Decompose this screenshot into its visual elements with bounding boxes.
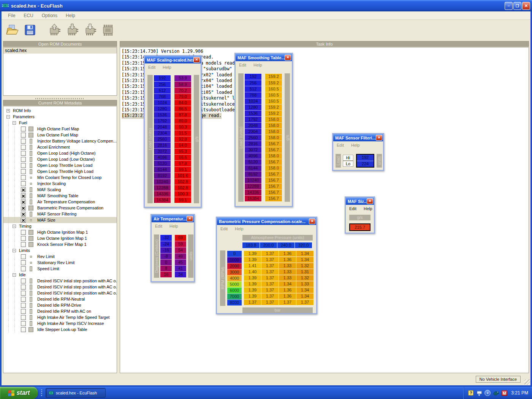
tree-item[interactable]: Open Loop Throttle High Load: [3, 168, 117, 174]
row-label-cell[interactable]: Hi: [343, 155, 353, 161]
axis-cell[interactable]: -16: [160, 247, 172, 253]
maf-size-window[interactable]: MAF Siz... Edit Help g/s 215.7: [345, 196, 375, 234]
value-cell[interactable]: 99.1: [174, 166, 191, 173]
column-header-cell[interactable]: 183.8: [242, 242, 260, 248]
axis-cell[interactable]: 3072: [154, 148, 171, 154]
axis-cell[interactable]: 256: [154, 81, 171, 87]
data-cell[interactable]: 1.37: [261, 293, 279, 299]
close-button[interactable]: [522, 2, 530, 10]
axis-cell[interactable]: 2048: [154, 124, 171, 130]
axis-cell[interactable]: 4096: [245, 153, 261, 159]
tree-expander-icon[interactable]: −: [13, 121, 16, 125]
row-header-cell[interactable]: 0: [227, 251, 242, 257]
tree-expander-icon[interactable]: −: [13, 273, 16, 277]
baro-titlebar[interactable]: Barometric Pressure Compensation-scale..…: [217, 218, 316, 225]
data-cell[interactable]: 1.36: [279, 287, 296, 293]
collapse-chevron-icon[interactable]: [484, 390, 491, 396]
axis-cell[interactable]: 8192: [245, 171, 261, 177]
checkbox[interactable]: [21, 181, 26, 186]
maf-smoothing-window[interactable]: MAF Smoothing Table... Edit Help Load (u…: [234, 53, 293, 207]
tree-item[interactable]: High Octane Ignition Map 1: [3, 229, 117, 235]
write-to-ecu-alt-button[interactable]: [82, 22, 98, 38]
value-cell[interactable]: 92.8: [174, 136, 191, 142]
axis-cell[interactable]: 16384: [245, 195, 261, 201]
save-rom-button[interactable]: [22, 22, 38, 38]
tree-expander-icon[interactable]: −: [6, 115, 10, 119]
axis-cell[interactable]: 0: [160, 259, 172, 265]
data-cell[interactable]: 1.31: [296, 269, 314, 275]
value-cell[interactable]: 84.0: [174, 100, 191, 106]
maf-sensor-filtering-titlebar[interactable]: MAF Sensor Filteri...: [333, 134, 383, 141]
close-icon[interactable]: [376, 135, 382, 141]
checkbox[interactable]: [21, 218, 26, 223]
edit-menu[interactable]: Edit: [220, 226, 228, 233]
checkbox[interactable]: [21, 169, 26, 174]
tree-expander-icon[interactable]: +: [6, 109, 10, 112]
axis-cell[interactable]: 1792: [245, 116, 261, 122]
data-cell[interactable]: 1.37: [261, 287, 279, 293]
value-cell[interactable]: 86.5: [174, 106, 191, 112]
help-menu[interactable]: Help: [253, 63, 262, 69]
row-header-cell[interactable]: 3000: [227, 269, 242, 275]
checkbox[interactable]: [21, 193, 26, 198]
axis-cell[interactable]: 1280: [154, 106, 171, 112]
axis-cell[interactable]: 2560: [245, 135, 261, 141]
clock[interactable]: 3:21 PM: [511, 390, 528, 396]
data-cell[interactable]: 1.33: [279, 275, 296, 281]
axis-cell[interactable]: 8192: [154, 173, 171, 179]
axis-cell[interactable]: 12288: [245, 183, 261, 189]
data-cell[interactable]: 1.37: [261, 269, 279, 275]
menu-ecu[interactable]: ECU: [19, 13, 37, 18]
edit-menu[interactable]: Edit: [337, 143, 344, 149]
tree-item[interactable]: Open Loop Load (High Octane): [3, 150, 117, 156]
axis-cell[interactable]: -32: [160, 235, 172, 241]
tree-item[interactable]: Accel Enrichment: [3, 144, 117, 150]
checkbox[interactable]: [21, 279, 26, 283]
value-cell[interactable]: 41: [175, 265, 186, 271]
data-cell[interactable]: 1.32: [296, 275, 314, 281]
menu-options[interactable]: Options: [38, 13, 62, 18]
mcafee-icon[interactable]: M: [502, 390, 507, 396]
value-cell[interactable]: 91.5: [174, 130, 191, 136]
data-cell[interactable]: 1.33: [279, 269, 296, 275]
data-cell[interactable]: 1.39: [244, 251, 261, 256]
axis-cell[interactable]: 10240: [245, 177, 261, 183]
checkbox[interactable]: [21, 236, 26, 241]
checkbox[interactable]: [21, 212, 26, 217]
value-cell[interactable]: 79.0: [174, 93, 191, 100]
axis-cell[interactable]: 2048: [245, 122, 261, 128]
value-cell[interactable]: 156.7: [265, 189, 282, 195]
tree-item[interactable]: Low Octane Fuel Map: [3, 132, 117, 138]
data-cell[interactable]: 1.37: [261, 263, 279, 269]
axis-cell[interactable]: 3072: [245, 147, 261, 153]
column-header-cell[interactable]: 200.0: [260, 242, 277, 248]
rom-list-item[interactable]: scaled.hex: [3, 48, 117, 54]
close-icon[interactable]: [285, 55, 291, 60]
axis-cell[interactable]: 16384: [154, 197, 171, 203]
tree-item[interactable]: High Octane Fuel Map: [3, 126, 117, 132]
help-menu[interactable]: Help: [163, 65, 171, 71]
value-cell[interactable]: 224: [357, 161, 374, 167]
checkbox[interactable]: [21, 315, 26, 320]
app-titlebar[interactable]: scaled.hex - EcuFlash: [0, 0, 532, 11]
value-cell[interactable]: 158.0: [265, 165, 282, 171]
axis-cell[interactable]: 6144: [245, 165, 261, 171]
axis-cell[interactable]: 2816: [154, 142, 171, 148]
value-cell[interactable]: 158.0: [265, 116, 282, 122]
read-from-ecu-button[interactable]: [47, 22, 62, 38]
tree-item[interactable]: Desired ISCV intial step position with A…: [3, 290, 117, 296]
tree-item[interactable]: −Limits: [3, 247, 117, 253]
tree-item[interactable]: MAF Scaling: [3, 187, 117, 193]
axis-cell[interactable]: 2560: [154, 136, 171, 142]
tree-item[interactable]: Injector Battery Voltage Latency Compen.…: [3, 138, 117, 144]
row-header-cell[interactable]: 4000: [227, 275, 242, 281]
data-cell[interactable]: 1.34: [279, 281, 296, 287]
checkbox[interactable]: [21, 187, 26, 192]
maf-size-value-cell[interactable]: 215.7: [349, 223, 370, 231]
data-cell[interactable]: 1.40: [244, 269, 261, 275]
row-label-cell[interactable]: Lo: [343, 161, 353, 167]
tree-item[interactable]: Injector Scaling: [3, 180, 117, 187]
axis-cell[interactable]: 1536: [154, 112, 171, 118]
axis-cell[interactable]: 768: [154, 93, 171, 100]
checkbox[interactable]: [21, 303, 26, 308]
